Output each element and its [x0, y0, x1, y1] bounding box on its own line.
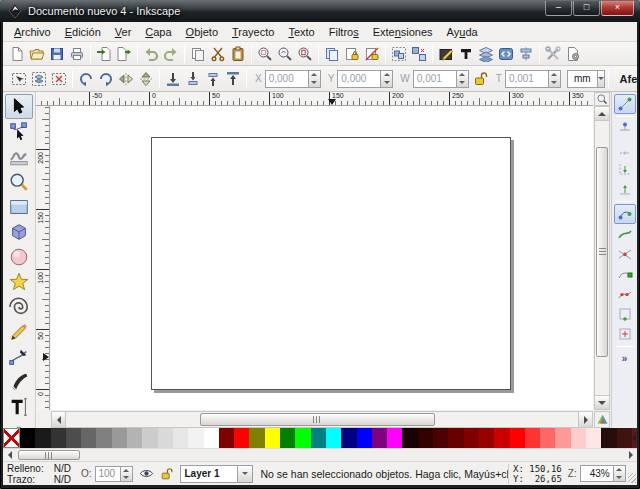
maximize-button[interactable]: □ — [573, 1, 600, 16]
undo-button[interactable] — [141, 44, 161, 64]
flip-horizontal-button[interactable] — [116, 69, 136, 89]
color-swatch[interactable] — [402, 428, 417, 448]
selector-tool-button[interactable] — [5, 94, 33, 119]
color-swatch[interactable] — [326, 428, 341, 448]
ungroup-button[interactable] — [409, 44, 429, 64]
color-swatch[interactable] — [158, 428, 173, 448]
layer-visibility-icon[interactable] — [139, 466, 154, 481]
color-swatch[interactable] — [219, 428, 234, 448]
select-all-button[interactable] — [9, 69, 29, 89]
raise-button[interactable] — [203, 69, 223, 89]
zoom-drawing-button[interactable] — [275, 44, 295, 64]
zoom-spinner[interactable] — [614, 465, 626, 482]
color-swatch[interactable] — [464, 428, 479, 448]
select-all-layers-button[interactable] — [29, 69, 49, 89]
color-swatch[interactable] — [234, 428, 249, 448]
align-dialog-button[interactable] — [516, 44, 536, 64]
snap-bbox-edges-button[interactable] — [614, 139, 636, 159]
minimize-button[interactable]: – — [545, 1, 572, 16]
color-swatch[interactable] — [586, 428, 601, 448]
palette-overflow-arrow[interactable] — [632, 434, 636, 442]
zoom-selection-button[interactable] — [255, 44, 275, 64]
color-swatch[interactable] — [555, 428, 570, 448]
snap-path-intersections-button[interactable] — [614, 244, 636, 264]
color-swatch[interactable] — [265, 428, 280, 448]
pen-tool-button[interactable] — [5, 344, 33, 369]
cut-button[interactable] — [208, 44, 228, 64]
vertical-scrollbar[interactable] — [594, 106, 610, 410]
lower-button[interactable] — [183, 69, 203, 89]
horizontal-scrollbar-thumb[interactable] — [200, 413, 435, 426]
snapbar-overflow-button[interactable]: » — [622, 353, 628, 364]
print-button[interactable] — [67, 44, 87, 64]
snap-object-centers-button[interactable] — [614, 324, 636, 344]
color-swatch[interactable] — [249, 428, 264, 448]
color-swatch[interactable] — [601, 428, 616, 448]
ellipse-tool-button[interactable] — [5, 244, 33, 269]
copy-button[interactable] — [188, 44, 208, 64]
zoom-tool-button[interactable] — [5, 169, 33, 194]
palette-scroll-right-button[interactable] — [624, 449, 637, 461]
menu-item-filtros[interactable]: Filtros — [322, 23, 366, 41]
color-swatch[interactable] — [540, 428, 555, 448]
color-swatch[interactable] — [433, 428, 448, 448]
color-swatch[interactable] — [127, 428, 142, 448]
calligraphy-tool-button[interactable] — [5, 369, 33, 394]
color-swatch[interactable] — [341, 428, 356, 448]
y-spinner[interactable] — [381, 70, 393, 88]
x-spinner[interactable] — [309, 70, 321, 88]
color-swatch[interactable] — [510, 428, 525, 448]
color-swatch[interactable] — [571, 428, 586, 448]
zoom-page-button[interactable] — [295, 44, 315, 64]
snap-paths-button[interactable] — [614, 224, 636, 244]
snap-cusp-nodes-button[interactable] — [614, 264, 636, 284]
redo-button[interactable] — [161, 44, 181, 64]
w-spinner[interactable] — [457, 70, 469, 88]
flip-vertical-button[interactable] — [136, 69, 156, 89]
color-swatch[interactable] — [173, 428, 188, 448]
scroll-down-button[interactable] — [595, 395, 609, 409]
menu-item-capa[interactable]: Capa — [138, 23, 178, 41]
pencil-tool-button[interactable] — [5, 319, 33, 344]
titlebar[interactable]: Documento nuevo 4 - Inkscape – □ × — [0, 0, 640, 22]
color-swatch[interactable] — [204, 428, 219, 448]
color-swatch[interactable] — [51, 428, 66, 448]
color-swatch[interactable] — [66, 428, 81, 448]
snap-smooth-nodes-button[interactable] — [614, 284, 636, 304]
text-tool-button[interactable] — [5, 394, 33, 419]
x-input[interactable]: 0,000 — [265, 70, 309, 88]
open-document-button[interactable] — [27, 44, 47, 64]
menu-item-extensiones[interactable]: Extensiones — [366, 23, 440, 41]
w-input[interactable]: 0,001 — [413, 70, 457, 88]
vertical-scrollbar-thumb[interactable] — [596, 147, 608, 357]
paste-button[interactable] — [228, 44, 248, 64]
color-swatch[interactable] — [280, 428, 295, 448]
duplicate-button[interactable] — [322, 44, 342, 64]
color-swatch[interactable] — [525, 428, 540, 448]
close-button[interactable]: × — [601, 1, 634, 16]
new-document-button[interactable] — [7, 44, 27, 64]
spiral-tool-button[interactable] — [5, 294, 33, 319]
opacity-input[interactable]: 100 — [95, 466, 121, 482]
menu-item-texto[interactable]: Texto — [281, 23, 321, 41]
preferences-button[interactable] — [543, 44, 563, 64]
menu-item-edicion[interactable]: Edición — [58, 23, 108, 41]
color-management-button[interactable] — [594, 411, 610, 428]
color-swatch[interactable] — [311, 428, 326, 448]
save-document-button[interactable] — [47, 44, 67, 64]
color-swatch[interactable] — [20, 428, 35, 448]
snap-enable-button[interactable] — [614, 94, 636, 114]
color-swatch[interactable] — [112, 428, 127, 448]
color-swatch[interactable] — [617, 428, 632, 448]
canvas[interactable] — [51, 106, 593, 410]
scroll-left-button[interactable] — [52, 412, 66, 427]
rotate-cw-button[interactable] — [96, 69, 116, 89]
layer-lock-icon[interactable] — [160, 467, 174, 481]
lock-dimensions-button[interactable] — [471, 69, 491, 89]
export-button[interactable] — [114, 44, 134, 64]
menu-item-objeto[interactable]: Objeto — [179, 23, 225, 41]
color-swatch-none[interactable] — [3, 428, 20, 448]
scroll-up-button[interactable] — [595, 107, 609, 121]
units-dropdown-button[interactable] — [598, 70, 605, 88]
opacity-spinner[interactable] — [121, 466, 133, 482]
